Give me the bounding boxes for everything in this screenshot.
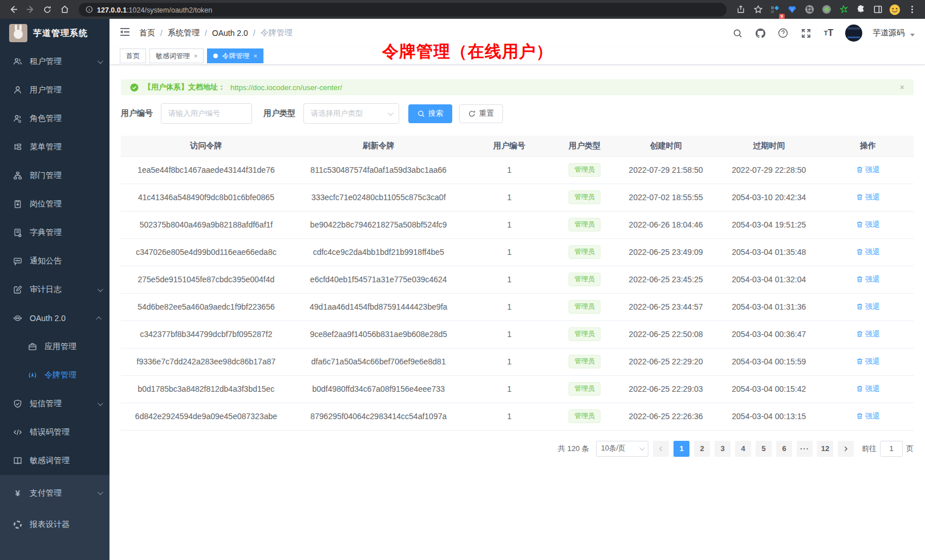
page-button-2[interactable]: 2	[694, 441, 710, 457]
sidebar-item-用户管理[interactable]: 用户管理	[0, 76, 109, 104]
force-logout-button[interactable]: 强退	[856, 165, 880, 175]
refresh-token-cell: e6cfd40eb1f54571a31e775e039c4624	[291, 266, 466, 293]
sidebar-item-租户管理[interactable]: 租户管理	[0, 47, 109, 76]
close-icon[interactable]: ×	[253, 52, 257, 59]
forward-icon[interactable]	[23, 2, 38, 17]
reload-icon[interactable]	[40, 2, 55, 17]
user-type-select[interactable]: 请选择用户类型	[303, 103, 399, 124]
created-time-cell: 2022-06-25 23:44:57	[616, 293, 716, 320]
sidebar-item-通知公告[interactable]: 通知公告	[0, 247, 109, 275]
page-button-5[interactable]: 5	[756, 441, 772, 457]
force-logout-button[interactable]: 强退	[856, 329, 880, 339]
puzzle-extensions-icon[interactable]	[853, 2, 868, 17]
alert-close-icon[interactable]: ×	[900, 83, 904, 92]
browser-menu-icon[interactable]	[904, 2, 919, 17]
bookmark-star-icon[interactable]	[750, 2, 765, 17]
force-logout-button[interactable]: 强退	[856, 302, 880, 312]
table-row: 502375b8040a469a9b82188afdf6af1fbe90422b…	[121, 211, 914, 238]
font-size-icon[interactable]: TT	[822, 27, 835, 39]
app-title: 芋道管理系统	[33, 28, 88, 39]
refresh-token-cell: 333ecfc71e02480cb11055c875c3ca0f	[291, 184, 466, 211]
page-button-3[interactable]: 3	[715, 441, 731, 457]
url-bar[interactable]: 127.0.0.1:1024/system/oauth2/token	[79, 3, 727, 17]
fullscreen-icon[interactable]	[800, 27, 812, 39]
share-icon[interactable]	[733, 2, 748, 17]
next-page-button[interactable]	[838, 441, 854, 457]
user-type-badge: 管理员	[569, 355, 601, 368]
table-row: 54d6be82ee5a460a9aedc1f9bf22365649d1aa46…	[121, 293, 914, 320]
sidebar-item-敏感词管理[interactable]: 敏感词管理	[0, 447, 109, 475]
github-icon[interactable]	[754, 27, 766, 39]
tab-home[interactable]: 首页	[120, 48, 146, 63]
goto-page-input[interactable]: 1	[880, 441, 903, 457]
breadcrumb-home[interactable]: 首页	[139, 28, 155, 38]
user-id-input[interactable]: 请输入用户编号	[161, 103, 252, 124]
page-size-select[interactable]: 10条/页	[596, 441, 648, 457]
table-row: b0d1785bc3a8482f812db4a3f3bd15ecb0df4980…	[121, 375, 914, 403]
reset-button[interactable]: 重置	[459, 104, 503, 123]
success-check-icon	[130, 83, 139, 92]
sidebar-item-短信管理[interactable]: 短信管理	[0, 389, 109, 418]
force-logout-button[interactable]: 强退	[856, 192, 880, 202]
tab-sensitive-words[interactable]: 敏感词管理×	[149, 48, 204, 63]
force-logout-button[interactable]: 强退	[856, 356, 880, 367]
tab-token-management[interactable]: 令牌管理×	[207, 48, 263, 63]
sidebar-item-报表设计器[interactable]: 报表设计器	[0, 509, 109, 540]
page-button-4[interactable]: 4	[735, 441, 751, 457]
sidebar-item-审计日志[interactable]: 审计日志	[0, 275, 109, 304]
page-button-1[interactable]: 1	[674, 441, 689, 457]
profile-emoji-icon[interactable]	[887, 2, 902, 17]
user-type-badge: 管理员	[569, 409, 601, 423]
sidebar-item-label: OAuth 2.0	[30, 314, 98, 323]
sidebar-collapse-icon[interactable]	[120, 27, 130, 39]
sidebar-item-字典管理[interactable]: 字典管理	[0, 218, 109, 247]
sidebar-item-菜单管理[interactable]: 菜单管理	[0, 133, 109, 161]
search-icon[interactable]	[731, 27, 744, 39]
green-dot-extension-icon[interactable]	[819, 2, 834, 17]
star-extension-icon[interactable]	[836, 2, 851, 17]
col-access-token: 访问令牌	[121, 136, 291, 156]
extension-colored-icon[interactable]: 9	[768, 2, 782, 17]
breadcrumb-system[interactable]: 系统管理	[168, 28, 200, 38]
user-id-cell: 1	[466, 320, 553, 348]
sidebar-item-支付管理[interactable]: ¥支付管理	[0, 477, 109, 509]
chevron-down-icon[interactable]	[910, 34, 915, 36]
dict-icon	[13, 228, 23, 237]
pagination-ellipsis[interactable]: ···	[797, 441, 813, 457]
expire-time-cell: 2054-03-04 19:51:25	[715, 211, 822, 238]
user-avatar[interactable]	[845, 25, 862, 42]
search-button[interactable]: 搜索	[408, 104, 452, 123]
page-button-12[interactable]: 12	[817, 441, 833, 457]
sidebar-item-应用管理[interactable]: 应用管理	[0, 332, 109, 361]
sidebar-item-令牌管理[interactable]: 令牌管理	[0, 361, 109, 389]
role-icon	[13, 114, 23, 123]
force-logout-button[interactable]: 强退	[856, 220, 880, 230]
force-logout-button[interactable]: 强退	[856, 384, 880, 394]
user-name[interactable]: 芋道源码	[873, 28, 904, 38]
app-logo-row[interactable]: 芋道管理系统	[0, 19, 109, 47]
close-icon[interactable]: ×	[194, 52, 197, 59]
force-logout-button[interactable]: 强退	[856, 274, 880, 285]
breadcrumb-oauth[interactable]: OAuth 2.0	[212, 29, 248, 38]
sidebar-item-角色管理[interactable]: 角色管理	[0, 104, 109, 133]
sidebar-item-岗位管理[interactable]: 岗位管理	[0, 190, 109, 218]
force-logout-button[interactable]: 强退	[856, 411, 880, 421]
user-type-badge: 管理员	[569, 190, 601, 204]
doc-link[interactable]: https://doc.iocoder.cn/user-center/	[230, 83, 342, 92]
site-info-icon[interactable]	[86, 6, 93, 13]
sidebar-item-部门管理[interactable]: 部门管理	[0, 161, 109, 190]
sidebar-item-错误码管理[interactable]: 错误码管理	[0, 418, 109, 447]
command-extension-icon[interactable]	[802, 2, 817, 17]
col-user-type: 用户类型	[553, 136, 616, 156]
gem-extension-icon[interactable]	[785, 2, 800, 17]
home-icon[interactable]	[57, 2, 72, 17]
page-button-6[interactable]: 6	[776, 441, 792, 457]
force-logout-button[interactable]: 强退	[856, 247, 880, 257]
sidebar-item-label: 角色管理	[30, 113, 102, 124]
help-icon[interactable]	[777, 27, 789, 39]
prev-page-button[interactable]	[653, 441, 669, 457]
token-table: 访问令牌 刷新令牌 用户编号 用户类型 创建时间 过期时间 操作 1ea5e44…	[121, 136, 914, 431]
side-panel-icon[interactable]	[870, 2, 885, 17]
sidebar-item-OAuth 2.0[interactable]: OAuth 2.0	[0, 304, 109, 332]
back-icon[interactable]	[6, 2, 21, 17]
